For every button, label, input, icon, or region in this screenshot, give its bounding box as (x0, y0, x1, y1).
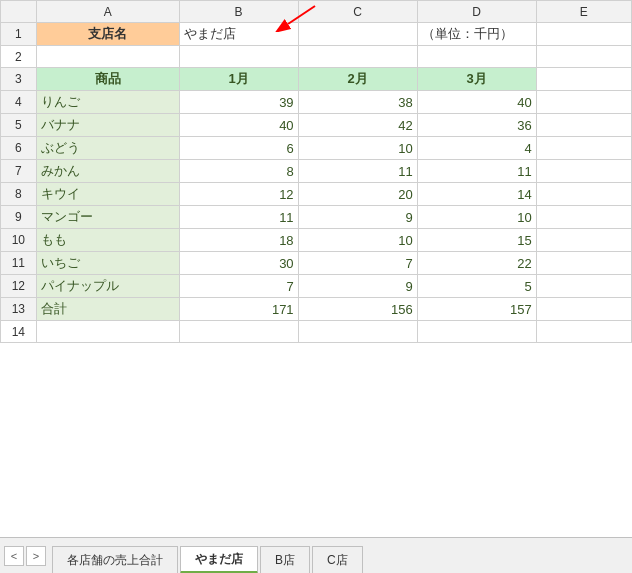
cell-2a[interactable] (36, 46, 179, 68)
cell-e[interactable] (536, 252, 631, 275)
cell-b[interactable]: 8 (179, 160, 298, 183)
col-header-b[interactable]: B (179, 1, 298, 23)
rownum: 7 (1, 160, 37, 183)
cell-d[interactable]: 15 (417, 229, 536, 252)
cell-c[interactable]: 20 (298, 183, 417, 206)
cell-e[interactable] (536, 206, 631, 229)
cell-c[interactable]: 9 (298, 275, 417, 298)
cell-1a[interactable]: 支店名 (36, 23, 179, 46)
rownum: 8 (1, 183, 37, 206)
rownum: 10 (1, 229, 37, 252)
cell-2b[interactable] (179, 46, 298, 68)
cell-c[interactable]: 7 (298, 252, 417, 275)
cell-c[interactable]: 11 (298, 160, 417, 183)
row-14: 14 (1, 321, 632, 343)
tab-c-store[interactable]: C店 (312, 546, 363, 573)
row-3: 3 商品 1月 2月 3月 (1, 68, 632, 91)
cell-d[interactable]: 14 (417, 183, 536, 206)
cell-d[interactable]: 10 (417, 206, 536, 229)
cell-14d[interactable] (417, 321, 536, 343)
cell-e[interactable] (536, 114, 631, 137)
cell-e[interactable] (536, 183, 631, 206)
cell-14e[interactable] (536, 321, 631, 343)
cell-b[interactable]: 11 (179, 206, 298, 229)
cell-14b[interactable] (179, 321, 298, 343)
cell-product[interactable]: もも (36, 229, 179, 252)
cell-d[interactable]: 11 (417, 160, 536, 183)
cell-product[interactable]: みかん (36, 160, 179, 183)
cell-d[interactable]: 22 (417, 252, 536, 275)
cell-b[interactable]: 6 (179, 137, 298, 160)
tab-all-stores[interactable]: 各店舗の売上合計 (52, 546, 178, 573)
cell-13b[interactable]: 171 (179, 298, 298, 321)
tab-nav-next[interactable]: > (26, 546, 46, 566)
cell-3d[interactable]: 3月 (417, 68, 536, 91)
tab-b-store[interactable]: B店 (260, 546, 310, 573)
tab-nav-prev[interactable]: < (4, 546, 24, 566)
cell-1e[interactable] (536, 23, 631, 46)
cell-3b[interactable]: 1月 (179, 68, 298, 91)
table-row: 11 いちご 30 7 22 (1, 252, 632, 275)
table-row: 4 りんご 39 38 40 (1, 91, 632, 114)
cell-b[interactable]: 39 (179, 91, 298, 114)
cell-b[interactable]: 7 (179, 275, 298, 298)
rownum-1: 1 (1, 23, 37, 46)
cell-e[interactable] (536, 275, 631, 298)
cell-13e[interactable] (536, 298, 631, 321)
table-row: 6 ぶどう 6 10 4 (1, 137, 632, 160)
cell-14c[interactable] (298, 321, 417, 343)
table-row: 7 みかん 8 11 11 (1, 160, 632, 183)
cell-2c[interactable] (298, 46, 417, 68)
col-header-c[interactable]: C (298, 1, 417, 23)
cell-14a[interactable] (36, 321, 179, 343)
cell-d[interactable]: 36 (417, 114, 536, 137)
cell-c[interactable]: 42 (298, 114, 417, 137)
cell-13d[interactable]: 157 (417, 298, 536, 321)
cell-d[interactable]: 4 (417, 137, 536, 160)
cell-3c[interactable]: 2月 (298, 68, 417, 91)
cell-1b[interactable]: やまだ店 (179, 23, 298, 46)
col-header-a[interactable]: A (36, 1, 179, 23)
cell-product[interactable]: りんご (36, 91, 179, 114)
rownum: 4 (1, 91, 37, 114)
cell-product[interactable]: いちご (36, 252, 179, 275)
table-row: 9 マンゴー 11 9 10 (1, 206, 632, 229)
cell-b[interactable]: 18 (179, 229, 298, 252)
rownum-14: 14 (1, 321, 37, 343)
cell-b[interactable]: 12 (179, 183, 298, 206)
row-13: 13 合計 171 156 157 (1, 298, 632, 321)
rownum: 12 (1, 275, 37, 298)
cell-product[interactable]: キウイ (36, 183, 179, 206)
table-row: 10 もも 18 10 15 (1, 229, 632, 252)
cell-d[interactable]: 40 (417, 91, 536, 114)
cell-c[interactable]: 9 (298, 206, 417, 229)
cell-1c[interactable] (298, 23, 417, 46)
cell-3e[interactable] (536, 68, 631, 91)
cell-e[interactable] (536, 160, 631, 183)
cell-b[interactable]: 30 (179, 252, 298, 275)
cell-c[interactable]: 38 (298, 91, 417, 114)
tab-yamada[interactable]: やまだ店 (180, 546, 258, 573)
cell-product[interactable]: マンゴー (36, 206, 179, 229)
cell-2e[interactable] (536, 46, 631, 68)
table-row: 5 バナナ 40 42 36 (1, 114, 632, 137)
cell-e[interactable] (536, 91, 631, 114)
cell-product[interactable]: バナナ (36, 114, 179, 137)
cell-product[interactable]: パイナップル (36, 275, 179, 298)
cell-1d[interactable]: （単位：千円） (417, 23, 536, 46)
cell-d[interactable]: 5 (417, 275, 536, 298)
cell-c[interactable]: 10 (298, 229, 417, 252)
spreadsheet: A B C D E 1 支店名 やまだ店 （単位：千円） 2 (0, 0, 632, 537)
cell-e[interactable] (536, 229, 631, 252)
cell-13a[interactable]: 合計 (36, 298, 179, 321)
table-row: 8 キウイ 12 20 14 (1, 183, 632, 206)
cell-e[interactable] (536, 137, 631, 160)
col-header-d[interactable]: D (417, 1, 536, 23)
cell-3a[interactable]: 商品 (36, 68, 179, 91)
cell-c[interactable]: 10 (298, 137, 417, 160)
cell-b[interactable]: 40 (179, 114, 298, 137)
cell-product[interactable]: ぶどう (36, 137, 179, 160)
col-header-e[interactable]: E (536, 1, 631, 23)
cell-2d[interactable] (417, 46, 536, 68)
cell-13c[interactable]: 156 (298, 298, 417, 321)
